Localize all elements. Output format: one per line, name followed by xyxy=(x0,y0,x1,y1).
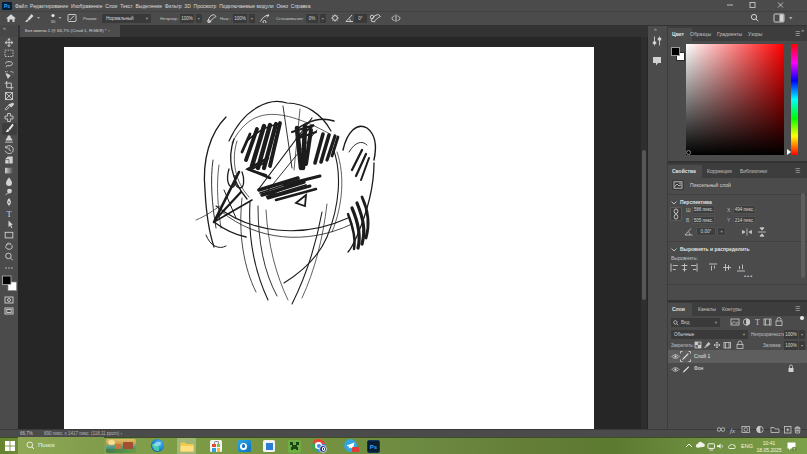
svg-text:T: T xyxy=(755,318,760,327)
svg-text:fx: fx xyxy=(730,427,736,435)
svg-text:T: T xyxy=(6,209,12,219)
svg-text:30: 30 xyxy=(51,19,56,24)
